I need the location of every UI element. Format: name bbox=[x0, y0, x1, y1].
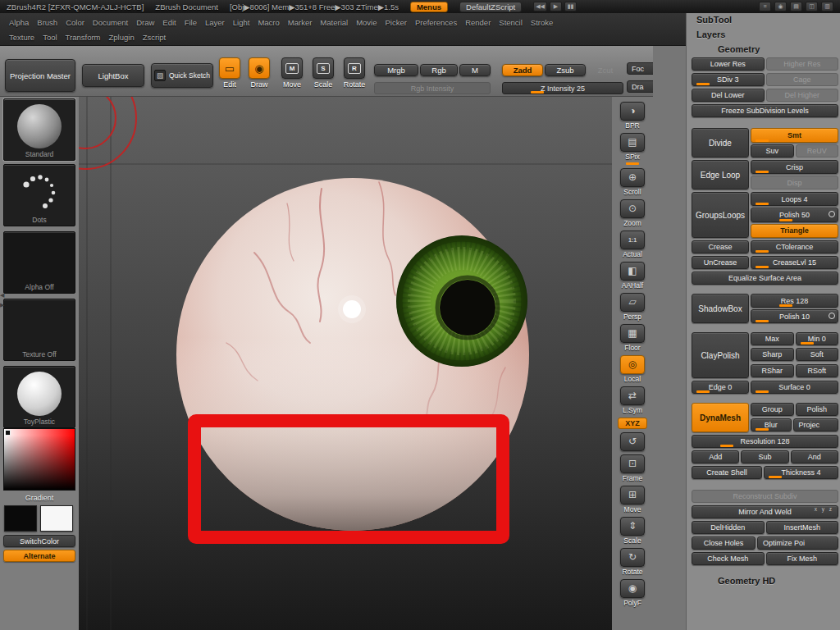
scroll-button[interactable]: ⊕ Scroll bbox=[620, 168, 645, 196]
polish-mode-toggle[interactable] bbox=[829, 313, 835, 319]
claypolish-sharp-button[interactable]: Sharp bbox=[751, 348, 794, 361]
sdiv-slider[interactable]: SDiv 3 bbox=[692, 73, 765, 86]
create-shell-button[interactable]: Create Shell bbox=[692, 466, 762, 479]
lower-res-button[interactable]: Lower Res bbox=[692, 57, 765, 71]
scale-3d-button[interactable]: ⇕ Scale bbox=[620, 517, 645, 545]
menu-movie[interactable]: Movie bbox=[352, 18, 381, 27]
frame-button[interactable]: ⊡ Frame bbox=[620, 454, 645, 482]
geometry-header[interactable]: Geometry bbox=[692, 43, 838, 55]
menu-stroke[interactable]: Stroke bbox=[527, 18, 557, 27]
equalize-surface-button[interactable]: Equalize Surface Area bbox=[692, 272, 838, 285]
polish-slider[interactable]: Polish 50 bbox=[751, 208, 838, 221]
dynamesh-group-button[interactable]: Group bbox=[751, 403, 794, 416]
shadowbox-polish-slider[interactable]: Polish 10 bbox=[751, 309, 838, 323]
shadowbox-res-slider[interactable]: Res 128 bbox=[751, 294, 838, 308]
quick-sketch-button[interactable]: ▧ Quick Sketch bbox=[151, 63, 213, 88]
divide-button[interactable]: Divide bbox=[692, 128, 749, 158]
uncrease-button[interactable]: UnCrease bbox=[692, 256, 749, 269]
play-icon[interactable]: ▶ bbox=[550, 2, 562, 11]
menu-document[interactable]: Document bbox=[89, 18, 132, 27]
menus-button[interactable]: Menus bbox=[410, 2, 448, 12]
zoom-button[interactable]: ⊙ Zoom bbox=[620, 199, 645, 227]
menu-transform[interactable]: Transform bbox=[62, 33, 105, 42]
material-toyplastic-thumbnail[interactable]: ToyPlastic bbox=[3, 366, 75, 428]
mrgb-button[interactable]: Mrgb bbox=[374, 64, 418, 76]
document-canvas[interactable] bbox=[79, 97, 612, 630]
mirror-and-weld-button[interactable]: Mirror And Weld x y z bbox=[692, 505, 838, 518]
dynamesh-and-button[interactable]: And bbox=[791, 450, 838, 463]
menu-material[interactable]: Material bbox=[316, 18, 352, 27]
thickness-slider[interactable]: Thickness 4 bbox=[764, 466, 838, 479]
color-picker[interactable] bbox=[3, 428, 75, 491]
crisp-slider[interactable]: Crisp bbox=[751, 160, 838, 174]
rows-icon[interactable]: ▥ bbox=[821, 2, 833, 11]
menu-layer[interactable]: Layer bbox=[201, 18, 229, 27]
geometry-hd-header[interactable]: Geometry HD bbox=[692, 574, 838, 587]
claypolish-rsoft-button[interactable]: RSoft bbox=[796, 364, 839, 377]
subtool-header[interactable]: SubTool bbox=[692, 13, 838, 25]
freeze-subdivision-button[interactable]: Freeze SubDivision Levels bbox=[692, 104, 838, 117]
menu-tool[interactable]: Tool bbox=[39, 33, 61, 42]
triangle-toggle[interactable]: Triangle bbox=[751, 224, 838, 238]
persp-button[interactable]: ▱ Persp bbox=[620, 293, 645, 321]
zsub-button[interactable]: Zsub bbox=[545, 64, 586, 76]
focal-shift-slider[interactable]: Foc bbox=[627, 62, 653, 75]
menu-preferences[interactable]: Preferences bbox=[411, 18, 461, 27]
dynamesh-polish-button[interactable]: Polish bbox=[796, 403, 839, 416]
suv-button[interactable]: Suv bbox=[751, 144, 794, 158]
check-mesh-button[interactable]: Check Mesh bbox=[692, 552, 765, 565]
claypolish-min-slider[interactable]: Min 0 bbox=[796, 332, 839, 345]
surface-slider[interactable]: Surface 0 bbox=[751, 381, 838, 394]
record-icon[interactable]: ◉ bbox=[774, 2, 787, 11]
shadowbox-button[interactable]: ShadowBox bbox=[692, 294, 749, 323]
resolution-slider[interactable]: Resolution 128 bbox=[692, 435, 838, 448]
fix-mesh-button[interactable]: Fix Mesh bbox=[766, 552, 839, 565]
rotate-3d-button[interactable]: ↻ Rotate bbox=[620, 548, 645, 576]
polyframe-button[interactable]: ◉ PolyF bbox=[620, 579, 645, 607]
spin-button[interactable]: ↺ bbox=[620, 432, 645, 451]
creaselvl-slider[interactable]: CreaseLvl 15 bbox=[751, 256, 838, 269]
move-button[interactable]: M Move bbox=[279, 57, 305, 89]
edge-slider[interactable]: Edge 0 bbox=[692, 381, 749, 394]
menu-zplugin[interactable]: Zplugin bbox=[105, 33, 139, 42]
menu-file[interactable]: File bbox=[180, 18, 201, 27]
menu-edit[interactable]: Edit bbox=[158, 18, 180, 27]
ctolerance-slider[interactable]: CTolerance bbox=[751, 240, 838, 253]
groupsloops-button[interactable]: GroupsLoops bbox=[692, 192, 749, 238]
rotate-button[interactable]: R Rotate bbox=[341, 57, 368, 89]
menu-render[interactable]: Render bbox=[461, 18, 495, 27]
claypolish-rshar-button[interactable]: RShar bbox=[751, 364, 794, 377]
floor-button[interactable]: ▦ Floor bbox=[620, 324, 645, 352]
menu-marker[interactable]: Marker bbox=[284, 18, 317, 27]
tray-collapse-arrows[interactable]: ◀ ▶ bbox=[0, 292, 7, 308]
move-3d-button[interactable]: ⊞ Move bbox=[620, 486, 645, 514]
draw-size-slider[interactable]: Dra bbox=[627, 80, 653, 93]
claypolish-soft-button[interactable]: Soft bbox=[796, 348, 839, 361]
smt-toggle[interactable]: Smt bbox=[751, 128, 838, 143]
polish-mode-toggle[interactable] bbox=[829, 211, 835, 217]
expand-right-icon[interactable]: ▶ bbox=[0, 302, 7, 308]
texture-off-thumbnail[interactable]: Texture Off bbox=[3, 299, 75, 361]
secondary-color-swatch[interactable] bbox=[40, 505, 73, 532]
grid-icon[interactable]: ▤ bbox=[790, 2, 802, 11]
menu-alpha[interactable]: Alpha bbox=[5, 18, 33, 27]
lsym-button[interactable]: ⇄ L.Sym bbox=[620, 386, 645, 414]
close-holes-button[interactable]: Close Holes bbox=[692, 536, 756, 550]
menu-color[interactable]: Color bbox=[62, 18, 89, 27]
dynamesh-blur-slider[interactable]: Blur bbox=[751, 418, 792, 431]
spix-slider[interactable]: ▤ SPix bbox=[620, 133, 645, 165]
bpr-button[interactable]: ◑ BPR bbox=[620, 102, 645, 130]
menu-stencil[interactable]: Stencil bbox=[495, 18, 527, 27]
switchcolor-button[interactable]: SwitchColor bbox=[3, 535, 75, 547]
projection-master-button[interactable]: Projection Master bbox=[5, 59, 75, 92]
default-zscript-button[interactable]: DefaultZScript bbox=[459, 2, 522, 12]
draw-button[interactable]: ◉ Draw bbox=[246, 57, 272, 89]
dynamesh-project-button[interactable]: Projec bbox=[793, 418, 839, 431]
eyeball-model[interactable] bbox=[176, 178, 529, 531]
loops-slider[interactable]: Loops 4 bbox=[751, 192, 838, 206]
z-intensity-slider[interactable]: Z Intensity 25 bbox=[502, 82, 623, 94]
m-button[interactable]: M bbox=[459, 64, 491, 76]
local-button[interactable]: ◎ Local bbox=[620, 355, 645, 383]
zadd-button[interactable]: Zadd bbox=[502, 64, 543, 76]
sliders-icon[interactable]: ≡ bbox=[759, 2, 771, 11]
